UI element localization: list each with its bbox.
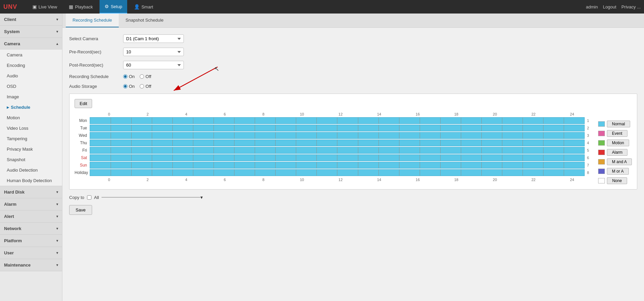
form-area: Select Camera D1 (Cam 1 front) D2 D3 D4 …	[62, 28, 644, 222]
sidebar-item-motion[interactable]: Motion	[0, 112, 62, 123]
grid-line	[564, 132, 564, 139]
copy-dropdown-icon[interactable]: ▾	[200, 195, 203, 200]
grid-line	[234, 170, 234, 176]
top-right-controls: admin Logout Privacy ...	[586, 4, 641, 9]
sidebar-header-system[interactable]: System ▾	[0, 26, 62, 37]
hour-12: 12	[321, 112, 360, 116]
sidebar-section-client: Client ▾	[0, 14, 62, 26]
grid-cells-fri[interactable]	[90, 147, 585, 154]
grid-line	[420, 170, 420, 176]
audio-storage-on-label[interactable]: On	[123, 84, 135, 89]
legend-m-or-a-btn[interactable]: M or A	[607, 168, 629, 175]
grid-line	[255, 140, 255, 146]
grid-line	[481, 118, 482, 124]
chevron-down-icon: ▾	[56, 263, 58, 267]
legend-none-color	[598, 178, 605, 183]
tab-snapshot-schedule[interactable]: Snapshot Schedule	[119, 14, 170, 27]
grid-cells-wed[interactable]	[90, 132, 585, 139]
sidebar-item-audio-detection[interactable]: Audio Detection	[0, 165, 62, 175]
grid-line	[234, 132, 234, 139]
sidebar-header-client[interactable]: Client ▾	[0, 14, 62, 25]
recording-schedule-on-radio[interactable]	[123, 74, 128, 79]
nav-setup[interactable]: ⚙ Setup	[100, 0, 127, 14]
sidebar-alert-label: Alert	[4, 214, 14, 219]
schedule-legend: Normal Event Motion Alarm	[598, 112, 632, 184]
hour-labels-top: 0 2 4 6 8 10 12 14 16 18 20 22 2	[90, 112, 591, 116]
grid-line	[461, 162, 461, 168]
grid-line	[275, 147, 276, 153]
grid-line	[316, 170, 317, 176]
legend-alarm-btn[interactable]: Alarm	[607, 149, 627, 156]
grid-cells-holiday[interactable]	[90, 169, 585, 176]
copy-all-checkbox[interactable]	[87, 195, 91, 200]
grid-cells-sun[interactable]	[90, 162, 585, 169]
sidebar-header-platform[interactable]: Platform ▾	[0, 235, 62, 247]
legend-normal-btn[interactable]: Normal	[607, 121, 630, 127]
grid-line	[255, 147, 255, 153]
grid-cells-sat[interactable]	[90, 154, 585, 161]
legend-motion: Motion	[598, 140, 632, 146]
save-button[interactable]: Save	[69, 205, 92, 215]
sidebar-item-encoding[interactable]: Encoding	[0, 60, 62, 71]
privacy-link[interactable]: Privacy ...	[621, 4, 641, 9]
sidebar-item-snapshot[interactable]: Snapshot	[0, 154, 62, 165]
nav-playback[interactable]: ▦ Playback	[64, 0, 98, 14]
nav-smart-label: Smart	[141, 4, 153, 9]
grid-line	[399, 132, 399, 139]
sidebar-item-tampering[interactable]: Tampering	[0, 133, 62, 144]
grid-line	[214, 132, 214, 139]
grid-line	[523, 140, 523, 146]
post-record-dropdown[interactable]: 30 60 120 180	[123, 61, 184, 69]
audio-storage-on-radio[interactable]	[123, 84, 128, 89]
grid-line	[440, 162, 441, 168]
sidebar-item-camera[interactable]: Camera	[0, 50, 62, 60]
grid-line	[152, 162, 152, 168]
grid-line	[172, 162, 173, 168]
grid-cells-mon[interactable]	[90, 117, 585, 124]
grid-line	[420, 140, 420, 146]
grid-row-mon: Mon1	[75, 117, 591, 124]
sidebar-item-human-body[interactable]: Human Body Detection	[0, 175, 62, 186]
sidebar-header-camera[interactable]: Camera ▴	[0, 38, 62, 50]
sidebar-header-alert[interactable]: Alert ▾	[0, 210, 62, 222]
legend-event-btn[interactable]: Event	[607, 130, 627, 137]
recording-schedule-off-radio[interactable]	[140, 74, 144, 79]
audio-storage-off-label[interactable]: Off	[140, 84, 151, 89]
sidebar-header-hard-disk[interactable]: Hard Disk ▾	[0, 186, 62, 198]
grid-line	[234, 125, 234, 131]
hour-16: 16	[398, 112, 437, 116]
audio-storage-off-radio[interactable]	[140, 84, 144, 89]
grid-line	[440, 125, 441, 131]
grid-cells-tue[interactable]	[90, 125, 585, 131]
sidebar-item-audio[interactable]: Audio	[0, 71, 62, 81]
sidebar-item-osd[interactable]: OSD	[0, 81, 62, 92]
legend-m-and-a-btn[interactable]: M and A	[607, 158, 632, 165]
grid-line	[131, 147, 132, 153]
legend-motion-btn[interactable]: Motion	[607, 140, 629, 146]
select-camera-dropdown[interactable]: D1 (Cam 1 front) D2 D3 D4	[123, 34, 184, 43]
grid-cells-thu[interactable]	[90, 140, 585, 146]
legend-none-btn[interactable]: None	[607, 177, 627, 184]
nav-smart[interactable]: 👤 Smart	[129, 0, 158, 14]
pre-record-dropdown[interactable]: 5 10 15 20	[123, 48, 184, 56]
sidebar-header-alarm[interactable]: Alarm ▾	[0, 198, 62, 210]
main-layout: Client ▾ System ▾ Camera ▴ Camera Encodi…	[0, 14, 644, 301]
sidebar-section-camera: Camera ▴ Camera Encoding Audio OSD Image…	[0, 38, 62, 186]
sidebar-header-network[interactable]: Network ▾	[0, 223, 62, 234]
tab-recording-schedule[interactable]: Recording Schedule	[66, 14, 119, 27]
recording-schedule-off-label[interactable]: Off	[140, 74, 151, 79]
sidebar-item-schedule[interactable]: Schedule	[0, 102, 62, 112]
sidebar-header-user[interactable]: User ▾	[0, 247, 62, 259]
sidebar-item-image[interactable]: Image	[0, 92, 62, 102]
nav-live-view[interactable]: ▣ Live View	[27, 0, 62, 14]
sidebar-item-video-loss[interactable]: Video Loss	[0, 123, 62, 133]
logout-link[interactable]: Logout	[603, 4, 616, 9]
recording-schedule-on-label[interactable]: On	[123, 74, 135, 79]
grid-line	[152, 140, 152, 146]
grid-row-wed: Wed3	[75, 132, 591, 139]
edit-button[interactable]: Edit	[75, 99, 92, 108]
sidebar-header-maintenance[interactable]: Maintenance ▾	[0, 259, 62, 271]
grid-line	[152, 132, 152, 139]
sidebar-item-privacy-mask[interactable]: Privacy Mask	[0, 144, 62, 154]
sidebar-maintenance-label: Maintenance	[4, 262, 31, 268]
